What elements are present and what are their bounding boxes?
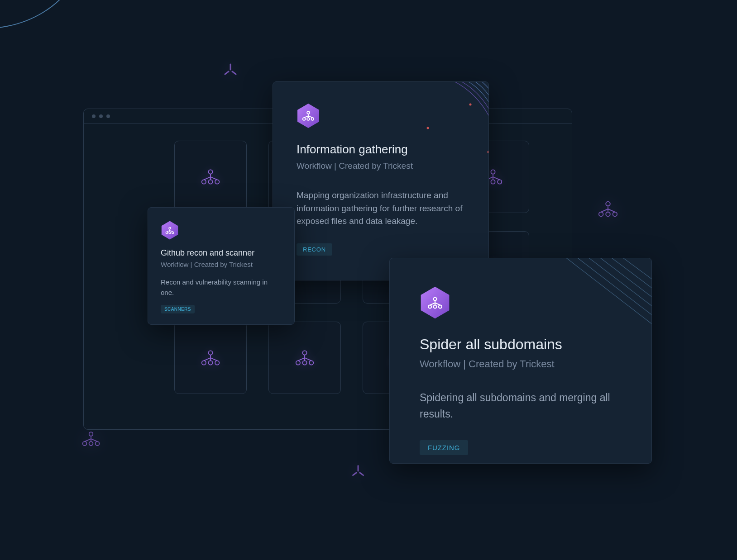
svg-point-10 [208, 180, 212, 184]
card-subtitle: Workflow | Created by Trickest [420, 358, 622, 370]
svg-point-3 [96, 441, 100, 446]
svg-point-2 [89, 441, 93, 446]
svg-point-46 [302, 361, 306, 365]
svg-point-78 [433, 305, 436, 308]
tag-scanners[interactable]: SCANNERS [161, 305, 195, 313]
svg-point-62 [307, 118, 310, 120]
svg-point-9 [202, 180, 206, 184]
svg-point-0 [89, 432, 93, 436]
card-github-recon[interactable]: Github recon and scanner Workflow | Crea… [148, 207, 295, 325]
svg-point-11 [215, 180, 219, 184]
svg-point-66 [166, 232, 168, 233]
window-dot [99, 114, 103, 118]
svg-point-1 [83, 441, 87, 446]
three-lines-icon [220, 62, 240, 81]
svg-point-77 [428, 305, 431, 308]
card-description: Mapping organization infrastructure and … [297, 189, 465, 228]
svg-point-20 [491, 170, 495, 174]
card-description: Spidering all subdomains and merging all… [420, 390, 622, 422]
window-sidebar [84, 123, 156, 429]
svg-point-41 [202, 361, 206, 365]
card-description: Recon and vulnerability scanning in one. [161, 277, 282, 298]
svg-point-44 [302, 351, 306, 355]
card-title: Github recon and scanner [161, 248, 282, 258]
svg-point-61 [303, 118, 306, 120]
card-spider-subdomains[interactable]: Spider all subdomains Workflow | Created… [389, 258, 652, 464]
svg-point-6 [606, 212, 610, 217]
svg-point-67 [169, 232, 171, 233]
svg-point-68 [172, 232, 174, 233]
tag-fuzzing[interactable]: FUZZING [420, 440, 468, 455]
card-information-gathering[interactable]: Information gathering Workflow | Created… [273, 81, 489, 280]
svg-point-47 [309, 361, 313, 365]
svg-point-40 [208, 351, 212, 355]
three-lines-icon [349, 463, 368, 482]
svg-point-65 [169, 227, 171, 229]
svg-point-43 [215, 361, 219, 365]
grid-tile[interactable] [174, 322, 247, 394]
hexagon-tree-icon [161, 220, 179, 240]
tree-icon [81, 431, 100, 447]
tree-icon [598, 200, 618, 218]
svg-point-42 [208, 361, 212, 365]
svg-point-63 [311, 118, 314, 120]
svg-point-5 [599, 212, 603, 217]
grid-tile[interactable] [174, 141, 247, 213]
decorative-curve [0, 0, 154, 54]
tag-recon[interactable]: RECON [297, 243, 332, 256]
svg-point-4 [606, 202, 610, 206]
svg-point-79 [439, 305, 442, 308]
grid-tile[interactable] [268, 322, 341, 394]
window-dot [92, 114, 96, 118]
card-title: Spider all subdomains [420, 336, 622, 353]
svg-point-7 [613, 212, 617, 217]
svg-point-45 [296, 361, 300, 365]
svg-point-8 [208, 170, 212, 174]
card-subtitle: Workflow | Created by Trickest [297, 161, 465, 171]
svg-point-22 [491, 180, 495, 184]
hexagon-tree-icon [297, 103, 320, 129]
card-title: Information gathering [297, 142, 465, 157]
window-dot [106, 114, 110, 118]
hexagon-tree-icon [420, 285, 450, 320]
svg-point-60 [307, 111, 310, 114]
svg-point-76 [433, 297, 436, 300]
card-subtitle: Workflow | Created by Trickest [161, 261, 282, 268]
svg-point-23 [498, 180, 502, 184]
